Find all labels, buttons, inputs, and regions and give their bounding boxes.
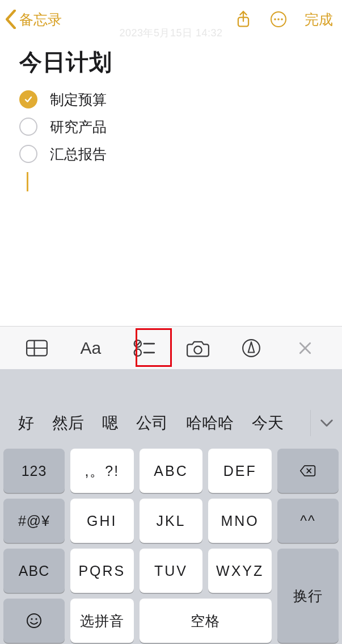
candidate-area: 好 然后 嗯 公司 哈哈哈 今天: [0, 369, 342, 445]
more-button[interactable]: [269, 9, 288, 30]
format-toolbar: Aa: [0, 326, 342, 369]
chevron-left-icon: [5, 10, 17, 29]
checkbox-unchecked[interactable]: [19, 145, 37, 163]
share-button[interactable]: [234, 9, 252, 30]
camera-icon: [187, 339, 209, 357]
key-def[interactable]: DEF: [208, 449, 272, 493]
candidate-word[interactable]: 好: [9, 412, 43, 434]
key-select-pinyin[interactable]: 选拼音: [70, 599, 134, 643]
svg-point-5: [281, 18, 283, 20]
back-label: 备忘录: [19, 10, 62, 29]
share-icon: [235, 10, 251, 29]
note-body[interactable]: 今日计划 制定预算 研究产品 汇总报告: [0, 39, 342, 191]
text-cursor: [27, 172, 28, 191]
ellipsis-circle-icon: [270, 11, 287, 28]
key-123[interactable]: 123: [3, 449, 65, 493]
key-emoji[interactable]: [3, 599, 65, 643]
key-symbols[interactable]: #@¥: [3, 499, 65, 543]
checklist-row[interactable]: 研究产品: [19, 113, 324, 140]
svg-point-21: [35, 618, 37, 620]
svg-point-20: [31, 618, 32, 620]
markup-icon: [242, 338, 261, 358]
key-backspace[interactable]: [277, 449, 339, 493]
note-title[interactable]: 今日计划: [19, 47, 324, 78]
expand-candidates-button[interactable]: [310, 410, 336, 436]
key-wxyz[interactable]: WXYZ: [208, 549, 272, 593]
key-punct[interactable]: ,。?!: [70, 449, 134, 493]
key-jkl[interactable]: JKL: [140, 499, 203, 543]
checkbox-checked[interactable]: [19, 90, 37, 108]
svg-point-3: [274, 18, 276, 20]
svg-point-19: [27, 614, 41, 628]
key-tuv[interactable]: TUV: [140, 549, 203, 593]
done-button[interactable]: 完成: [305, 10, 333, 29]
emoji-icon: [26, 612, 43, 629]
candidate-word[interactable]: 然后: [43, 412, 93, 434]
checklist-button[interactable]: [127, 331, 161, 365]
table-button[interactable]: [20, 331, 54, 365]
back-button[interactable]: 备忘录: [5, 10, 62, 29]
checklist-text[interactable]: 研究产品: [50, 118, 107, 136]
svg-point-11: [134, 349, 141, 356]
checklist-icon: [133, 339, 155, 357]
text-format-button[interactable]: Aa: [74, 331, 108, 365]
camera-button[interactable]: [181, 331, 215, 365]
checkmark-icon: [24, 95, 33, 104]
checkbox-unchecked[interactable]: [19, 118, 37, 136]
checklist-text[interactable]: 制定预算: [50, 90, 107, 109]
keyboard: 123 ,。?! ABC DEF #@¥ GHI JKL MNO ^^ ABC …: [0, 445, 342, 644]
key-abc-mode[interactable]: ABC: [3, 549, 65, 593]
chevron-down-icon: [320, 419, 333, 427]
candidate-word[interactable]: 嗯: [93, 412, 127, 434]
checklist-row[interactable]: 制定预算: [19, 86, 324, 113]
aa-label: Aa: [80, 338, 101, 358]
key-return[interactable]: 换行: [277, 549, 339, 643]
backspace-icon: [299, 462, 316, 479]
candidate-row: 好 然后 嗯 公司 哈哈哈 今天: [0, 401, 342, 445]
candidate-word[interactable]: 哈哈哈: [177, 412, 243, 434]
key-pqrs[interactable]: PQRS: [70, 549, 134, 593]
key-ghi[interactable]: GHI: [70, 499, 134, 543]
table-icon: [26, 340, 48, 357]
close-toolbar-button[interactable]: [288, 331, 322, 365]
svg-point-13: [194, 346, 201, 353]
checklist-text[interactable]: 汇总报告: [50, 145, 107, 164]
candidate-word[interactable]: 公司: [127, 412, 177, 434]
candidate-word[interactable]: 今天: [243, 412, 284, 434]
close-icon: [298, 341, 313, 356]
checklist-row[interactable]: 汇总报告: [19, 140, 324, 168]
key-space[interactable]: 空格: [140, 599, 272, 643]
markup-button[interactable]: [234, 331, 268, 365]
key-mno[interactable]: MNO: [208, 499, 272, 543]
navbar: 备忘录 完成 2023年5月15日 14:32: [0, 0, 342, 39]
svg-point-4: [277, 18, 280, 20]
key-abc[interactable]: ABC: [140, 449, 203, 493]
key-emoticon[interactable]: ^^: [277, 499, 339, 543]
